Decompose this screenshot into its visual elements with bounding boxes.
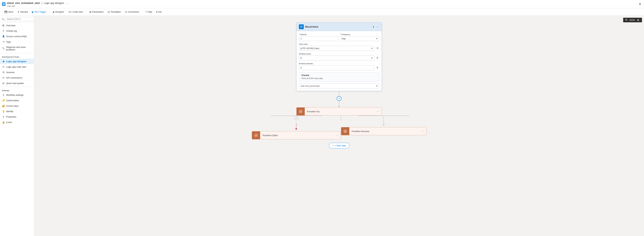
success-vertical: Function-Success ··· [341, 116, 426, 135]
minutes-clear-button[interactable]: ✕ [376, 65, 379, 70]
app-title: Logic app designer [44, 2, 64, 4]
frequency-label: * Frequency [340, 33, 379, 35]
recurrence-title: Recurrence [305, 25, 371, 28]
dev-section-label: Development Tools [0, 54, 34, 59]
code-view-icon: </> [2, 65, 5, 68]
add-step-plus-button[interactable]: + [337, 96, 342, 101]
timezone-row: Time zone (UTC+02:00) Cairo ▼ ✕ [299, 43, 379, 51]
sidebar-item-activity-log[interactable]: ≡ Activity log [0, 28, 34, 34]
catch-arrow-area [295, 123, 297, 130]
sidebar-item-tags[interactable]: 🏷 Tags [0, 39, 34, 44]
recurrence-card-body: * Interval * Frequency Day Sec [296, 31, 382, 91]
sidebar-item-workflow-settings[interactable]: ≡ Workflow settings [0, 92, 34, 98]
toolbar: 💾 Save ✕ Discard ▶ Run Trigger ◈ Designe… [0, 8, 644, 16]
interval-field-group: * Interval [299, 33, 338, 41]
save-button[interactable]: 💾 Save [3, 10, 15, 14]
function-try-more-button[interactable]: ··· [377, 110, 380, 113]
add-param-select[interactable]: Add new parameter [299, 84, 379, 88]
timezone-clear-button[interactable]: ✕ [376, 46, 379, 50]
sidebar-item-overview[interactable]: ⊞ Overview [0, 23, 34, 28]
minutes-label: At these minutes [299, 63, 374, 65]
zoom-search-icon: 🔍 [625, 19, 628, 21]
svg-rect-0 [3, 3, 4, 4]
sidebar-divider-1 [0, 53, 34, 53]
add-param-wrapper: Add new parameter ▼ [299, 84, 379, 88]
search-icon: 🔍 [2, 18, 4, 20]
catch-dashed-line [296, 123, 296, 128]
sidebar-item-logic-app-code[interactable]: </> Logic app code view [0, 64, 34, 70]
designer-button[interactable]: ◈ Designer [51, 10, 66, 14]
new-step-button[interactable]: + + New step [329, 143, 350, 148]
function-success-actions: ··· [420, 130, 426, 133]
sidebar-item-access-keys[interactable]: 🔐 Access keys [0, 103, 34, 109]
recurrence-info-button[interactable]: ℹ [372, 25, 374, 29]
info-icon: ℹ [156, 10, 157, 13]
function-catch-card: Function-Catch ··· [252, 131, 340, 139]
api-connections-icon: ⇌ [2, 76, 5, 79]
interval-input[interactable] [299, 36, 338, 41]
sidebar-item-properties[interactable]: ≡ Properties [0, 114, 34, 119]
connector-line-1 [339, 91, 339, 96]
discard-button[interactable]: ✕ Discard [16, 10, 30, 14]
function-try-actions: ··· [375, 110, 382, 113]
function-success-title: Function-Success [349, 130, 420, 132]
sidebar-item-access-control[interactable]: 👤 Access control (IAM) [0, 34, 34, 39]
window-close-button[interactable]: ✕ [638, 1, 642, 7]
catch-v-line-top: i [296, 116, 296, 119]
overview-icon: ⊞ [2, 24, 5, 27]
parameters-button[interactable]: ⊞ Parameters [88, 10, 106, 14]
save-icon: 💾 [4, 10, 7, 13]
authorization-icon: 🔑 [2, 99, 5, 102]
connectors-button[interactable]: ⇌ Connectors [123, 10, 141, 14]
sidebar-item-identity[interactable]: 💡 Identity [0, 109, 34, 114]
access-keys-icon: 🔐 [2, 105, 5, 107]
success-arrow [383, 124, 385, 126]
workflow-settings-icon: ≡ [2, 94, 5, 96]
templates-button[interactable]: ⊡ Templates [106, 10, 122, 14]
canvas: 🔍 100% ⊕ Recurrence ℹ ·· [34, 16, 644, 236]
frequency-field-group: * Frequency Day Second Minute Hour Week … [340, 33, 379, 41]
sidebar-item-diagnose[interactable]: 🔧 Diagnose and solve problems [0, 44, 34, 52]
tags-icon: 🏷 [2, 40, 5, 43]
run-icon: ▶ [32, 10, 34, 13]
app-ellipsis-button[interactable]: ... [65, 1, 69, 5]
preview-box: Preview Runs at 6:00 every day. [299, 72, 379, 81]
connector-recurrence-to-plus: + [337, 91, 342, 107]
hours-select[interactable]: 6 [299, 56, 374, 60]
hours-clear-button[interactable]: ✕ [376, 56, 379, 60]
access-control-icon: 👤 [2, 35, 5, 38]
sidebar-item-authorization[interactable]: 🔑 Authorization [0, 98, 34, 103]
help-icon: ? [146, 10, 147, 13]
sidebar-item-locks[interactable]: 🔒 Locks [0, 119, 34, 125]
toolbar-separator-3 [142, 10, 142, 14]
search-input[interactable] [6, 17, 34, 21]
sidebar-item-api-connections[interactable]: ⇌ API connections [0, 75, 34, 80]
info-button[interactable]: ℹ Info [154, 10, 164, 14]
timezone-select[interactable]: (UTC+02:00) Cairo [299, 46, 374, 51]
templates-icon: ⊡ [108, 10, 110, 13]
interval-frequency-row: * Interval * Frequency Day Sec [299, 33, 379, 41]
recurrence-more-button[interactable]: ··· [376, 25, 379, 29]
catch-info-circle: i [294, 116, 298, 120]
hours-label: At these hours [299, 53, 374, 55]
help-button[interactable]: ? Help [144, 10, 154, 14]
function-success-icon [341, 127, 349, 135]
function-success-more-button[interactable]: ··· [421, 130, 424, 133]
sidebar-item-logic-app-designer[interactable]: ◈ Logic app designer [0, 59, 34, 64]
recurrence-header-icon [299, 24, 304, 29]
activity-log-icon: ≡ [2, 29, 5, 32]
minutes-input[interactable] [299, 65, 374, 70]
frequency-select[interactable]: Day Second Minute Hour Week Month [340, 36, 379, 41]
success-v-line [384, 116, 384, 124]
sidebar-item-quick-start[interactable]: ◎ Quick start guides [0, 80, 34, 86]
code-view-button[interactable]: </> Code view [66, 10, 85, 14]
zoom-in-button[interactable]: ⊕ [636, 18, 640, 22]
zoom-level: 100% [629, 19, 635, 21]
sidebar-item-versions[interactable]: ⟲ Versions [0, 70, 34, 75]
timezone-field-group: Time zone (UTC+02:00) Cairo ▼ [299, 43, 374, 51]
title-separator: | [42, 1, 42, 4]
main-layout: 🔍 « ⊞ Overview ≡ Activity log 👤 Access c… [0, 16, 644, 236]
function-catch-more-button[interactable]: ··· [336, 134, 339, 137]
toolbar-separator-1 [49, 10, 50, 14]
run-trigger-button[interactable]: ▶ Run Trigger [30, 10, 48, 14]
